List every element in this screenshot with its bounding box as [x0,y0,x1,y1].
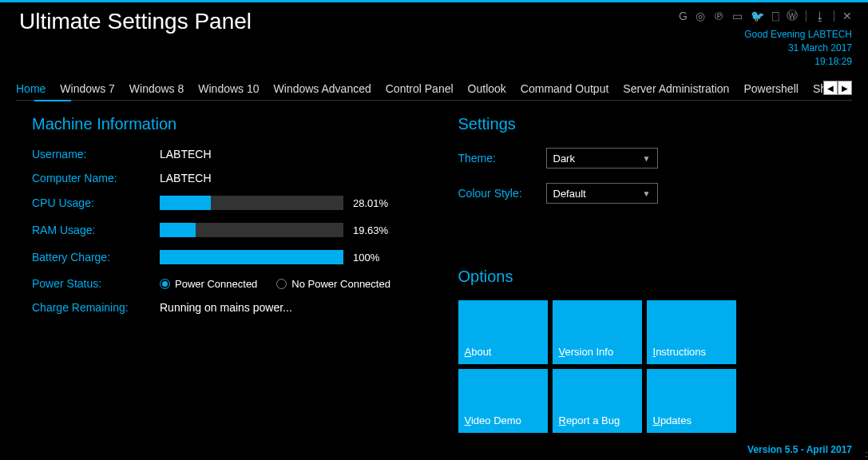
tab-windows10[interactable]: Windows 10 [198,82,259,95]
greeting-block: Good Evening LABTECH 31 March 2017 19:18… [679,28,852,68]
tile-label: Updates [653,414,692,426]
nav-active-underline [34,100,71,101]
google-icon[interactable]: G [679,10,688,22]
radio-power-connected[interactable]: Power Connected [160,278,257,290]
ram-bar-fill [160,223,196,237]
tab-powershell[interactable]: Powershell [743,82,798,95]
tile-label: Version Info [559,346,614,358]
radio-power-connected-label: Power Connected [175,278,257,290]
cpu-label: CPU Usage: [32,196,160,209]
download-icon[interactable]: ⭳ [814,10,826,22]
content: Machine Information Username: LABTECH Co… [0,101,868,433]
radio-dot-icon [162,281,168,287]
radio-no-power-label: No Power Connected [291,278,390,290]
radio-no-power[interactable]: No Power Connected [276,278,390,290]
battery-row: Battery Charge: 100% [32,250,426,264]
tile-updates[interactable]: Updates [647,369,736,433]
pinterest-icon[interactable]: ℗ [713,10,724,22]
separator [806,10,807,22]
power-label: Power Status: [32,277,160,290]
social-icons: G ◎ ℗ ▭ 🐦 ⎕ Ⓦ ⭳ ✕ [679,9,852,23]
nav-arrows: ◀ ▶ [823,81,852,95]
twitter-icon[interactable]: 🐦 [751,10,764,22]
theme-value: Dark [553,153,575,165]
battery-label: Battery Charge: [32,251,160,264]
nav-left-arrow[interactable]: ◀ [823,81,838,95]
footer-version: Version 5.5 - April 2017 [747,444,852,455]
tile-about[interactable]: About [458,300,548,364]
tab-windows-advanced[interactable]: Windows Advanced [274,82,371,95]
left-panel: Machine Information Username: LABTECH Co… [32,115,426,433]
tile-video-demo[interactable]: Video Demo [458,369,548,433]
battery-bar [160,250,343,264]
charge-row: Charge Remaining: Running on mains power… [32,301,426,314]
power-row: Power Status: Power Connected No Power C… [32,277,426,290]
theme-label: Theme: [458,152,546,165]
colour-row: Colour Style: Default ▼ [458,183,853,204]
colour-value: Default [553,188,586,200]
cpu-percent: 28.01% [353,197,388,209]
username-value: LABTECH [160,148,212,161]
username-label: Username: [32,148,160,161]
tile-instructions[interactable]: Instructions [647,300,736,364]
charge-label: Charge Remaining: [32,301,160,314]
username-row: Username: LABTECH [32,148,426,161]
title-row: Ultimate Settings Panel G ◎ ℗ ▭ 🐦 ⎕ Ⓦ ⭳ … [0,2,868,68]
tab-windows7[interactable]: Windows 7 [60,82,114,95]
separator [834,10,834,22]
options-title: Options [458,268,853,286]
chevron-down-icon: ▼ [643,189,651,198]
chevron-down-icon: ▼ [643,154,651,163]
nav-bar: Home Windows 7 Windows 8 Windows 10 Wind… [16,82,852,101]
battery-bar-fill [160,250,343,264]
computer-row: Computer Name: LABTECH [32,172,426,184]
wordpress-icon[interactable]: Ⓦ [787,9,798,23]
resize-grip-icon[interactable]: .:: [865,450,866,458]
tab-home[interactable]: Home [16,82,46,95]
charge-value: Running on mains power... [160,301,292,314]
cpu-row: CPU Usage: 28.01% [32,196,426,210]
cpu-bar-fill [160,196,211,210]
tile-label: Video Demo [465,414,521,426]
tab-server-admin[interactable]: Server Administration [623,82,729,95]
theme-dropdown[interactable]: Dark ▼ [546,148,658,169]
options-grid: About Version Info Instructions Video De… [458,300,853,433]
theme-row: Theme: Dark ▼ [458,148,853,169]
tab-command-output[interactable]: Command Output [521,82,609,95]
ram-row: RAM Usage: 19.63% [32,223,426,237]
computer-label: Computer Name: [32,172,160,184]
right-panel: Settings Theme: Dark ▼ Colour Style: Def… [458,115,853,433]
tile-report-bug[interactable]: Report a Bug [553,369,642,433]
instagram-icon[interactable]: ◎ [696,10,705,22]
machine-info-title: Machine Information [32,115,426,133]
power-radio-group: Power Connected No Power Connected [160,278,390,290]
tile-label: Instructions [653,346,707,358]
ram-percent: 19.63% [353,224,388,236]
tile-label: About [465,346,492,358]
facebook-icon[interactable]: ⎕ [772,10,779,22]
greeting-date: 31 March 2017 [679,42,852,55]
tile-label: Report a Bug [559,414,620,426]
tab-outlook[interactable]: Outlook [468,82,506,95]
radio-circle-icon [276,279,287,289]
colour-label: Colour Style: [458,187,546,200]
radio-circle-icon [160,279,170,289]
title-right: G ◎ ℗ ▭ 🐦 ⎕ Ⓦ ⭳ ✕ Good Evening LABTECH 3… [679,9,852,68]
greeting-time: 19:18:29 [679,55,852,69]
nav-wrap: Home Windows 7 Windows 8 Windows 10 Wind… [16,82,852,101]
close-icon[interactable]: ✕ [842,10,852,22]
colour-dropdown[interactable]: Default ▼ [546,183,658,204]
settings-title: Settings [458,115,853,133]
ram-label: RAM Usage: [32,224,160,236]
nav-right-arrow[interactable]: ▶ [838,81,852,95]
greeting-text: Good Evening LABTECH [679,28,852,42]
ram-bar [160,223,343,237]
youtube-icon[interactable]: ▭ [732,10,743,22]
tab-control-panel[interactable]: Control Panel [386,82,454,95]
tile-version-info[interactable]: Version Info [553,300,642,364]
computer-value: LABTECH [160,172,212,184]
app-title: Ultimate Settings Panel [19,9,252,34]
tab-windows8[interactable]: Windows 8 [129,82,184,95]
battery-percent: 100% [353,252,379,264]
cpu-bar [160,196,343,210]
